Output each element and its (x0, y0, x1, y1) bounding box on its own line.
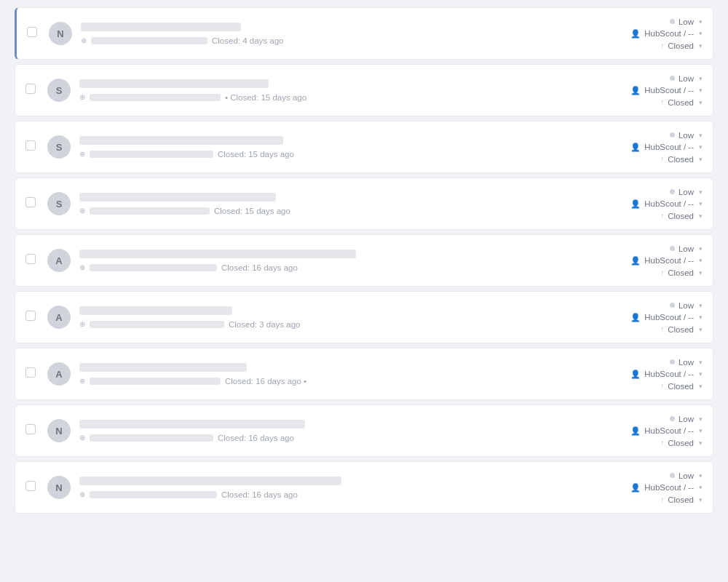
priority-badge[interactable]: Low ▾ (670, 415, 703, 423)
priority-chevron: ▾ (699, 472, 703, 479)
assignee-label: HubScout / -- (644, 256, 694, 265)
table-row[interactable]: S ⊕ Closed: 15 days ago Low ▾ � (15, 121, 713, 173)
status-label: Closed (668, 382, 694, 391)
ticket-list: N ⊕ Closed: 4 days ago Low ▾ 👤 (15, 7, 713, 514)
status-badge[interactable]: ↑ Closed ▾ (660, 325, 703, 334)
ticket-title (79, 363, 458, 374)
priority-badge[interactable]: Low ▾ (670, 471, 703, 480)
ticket-meta: ⊕ Closed: 15 days ago (79, 207, 592, 215)
priority-dot (670, 76, 675, 81)
ticket-title (79, 136, 458, 147)
globe-icon: ⊕ (79, 207, 85, 215)
status-label: Closed (668, 439, 694, 447)
table-row[interactable]: S ⊕ Closed: 15 days ago Low ▾ � (15, 178, 713, 230)
status-badge[interactable]: ↑ Closed ▾ (660, 212, 703, 220)
ticket-title (79, 306, 458, 317)
status-badge[interactable]: ↑ Closed ▾ (660, 382, 703, 391)
table-row[interactable]: A ⊕ Closed: 16 days ago • Low ▾ (15, 348, 713, 400)
ticket-title (79, 250, 458, 260)
row-checkbox[interactable] (25, 197, 36, 207)
user-icon: 👤 (630, 199, 641, 209)
priority-badge[interactable]: Low ▾ (670, 74, 703, 83)
globe-icon: ⊕ (79, 434, 85, 442)
closed-timestamp: Closed: 15 days ago (218, 150, 294, 159)
checkbox-area (25, 311, 39, 324)
priority-badge[interactable]: Low ▾ (670, 188, 703, 196)
ticket-meta: ⊕ Closed: 16 days ago (79, 263, 592, 272)
priority-label: Low (678, 358, 694, 367)
priority-chevron: ▾ (699, 132, 703, 139)
assignee-badge[interactable]: 👤 HubScout / -- ▾ (630, 143, 703, 152)
assignee-badge[interactable]: 👤 HubScout / -- ▾ (630, 426, 703, 436)
assignee-badge[interactable]: 👤 HubScout / -- ▾ (630, 29, 703, 39)
priority-chevron: ▾ (699, 359, 703, 366)
ticket-content: ⊕ Closed: 3 days ago (79, 306, 592, 329)
status-icon: ↑ (660, 98, 664, 106)
globe-icon: ⊕ (79, 93, 85, 101)
assignee-badge[interactable]: 👤 HubScout / -- ▾ (630, 86, 703, 95)
status-badge[interactable]: ↑ Closed ▾ (660, 155, 703, 164)
assignee-badge[interactable]: 👤 HubScout / -- ▾ (630, 370, 703, 379)
assignee-badge[interactable]: 👤 HubScout / -- ▾ (630, 313, 703, 322)
row-checkbox[interactable] (25, 311, 36, 321)
closed-timestamp: Closed: 15 days ago (214, 207, 290, 215)
assignee-badge[interactable]: 👤 HubScout / -- ▾ (630, 256, 703, 266)
status-label: Closed (668, 212, 694, 220)
row-checkbox[interactable] (25, 424, 36, 434)
table-row[interactable]: N ⊕ Closed: 16 days ago Low ▾ � (15, 461, 713, 514)
status-label: Closed (668, 495, 694, 504)
ticket-badges: Low ▾ 👤 HubScout / -- ▾ ↑ Closed ▾ (601, 188, 703, 220)
ticket-title (79, 420, 458, 431)
status-badge[interactable]: ↑ Closed ▾ (660, 268, 703, 277)
priority-badge[interactable]: Low ▾ (670, 301, 703, 310)
row-checkbox[interactable] (25, 367, 36, 378)
ticket-title (81, 23, 459, 33)
ticket-badges: Low ▾ 👤 HubScout / -- ▾ ↑ Closed ▾ (601, 244, 703, 277)
priority-badge[interactable]: Low ▾ (670, 244, 703, 253)
priority-label: Low (678, 188, 694, 196)
row-checkbox[interactable] (25, 254, 36, 264)
checkbox-area (25, 481, 39, 494)
priority-chevron: ▾ (699, 188, 703, 196)
closed-timestamp: Closed: 4 days ago (212, 36, 283, 45)
status-badge[interactable]: ↑ Closed ▾ (660, 439, 703, 447)
priority-chevron: ▾ (699, 245, 703, 252)
table-row[interactable]: N ⊕ Closed: 16 days ago Low ▾ � (15, 404, 713, 457)
status-badge[interactable]: ↑ Closed ▾ (660, 495, 703, 504)
ticket-title (79, 193, 458, 204)
user-icon: 👤 (630, 143, 641, 152)
user-icon: 👤 (630, 29, 641, 39)
priority-label: Low (678, 301, 694, 310)
status-badge[interactable]: ↑ Closed ▾ (660, 41, 703, 50)
table-row[interactable]: A ⊕ Closed: 3 days ago Low ▾ 👤 (15, 291, 713, 343)
closed-timestamp: Closed: 16 days ago (221, 263, 298, 272)
globe-icon: ⊕ (79, 263, 85, 271)
assignee-badge[interactable]: 👤 HubScout / -- ▾ (630, 199, 703, 209)
assignee-label: HubScout / -- (644, 143, 694, 151)
status-badge[interactable]: ↑ Closed ▾ (660, 98, 703, 107)
ticket-content: ⊕ Closed: 15 days ago (79, 193, 592, 215)
assignee-chevron: ▾ (699, 484, 703, 491)
status-chevron: ▾ (699, 99, 703, 106)
row-checkbox[interactable] (25, 84, 36, 94)
row-checkbox[interactable] (25, 140, 36, 151)
user-icon: 👤 (630, 256, 641, 266)
checkbox-area (27, 27, 40, 40)
priority-badge[interactable]: Low ▾ (670, 131, 703, 140)
row-checkbox[interactable] (25, 481, 36, 491)
assignee-badge[interactable]: 👤 HubScout / -- ▾ (630, 483, 703, 493)
globe-icon: ⊕ (81, 36, 87, 44)
row-checkbox[interactable] (27, 27, 37, 37)
ticket-content: ⊕ Closed: 16 days ago (79, 420, 592, 442)
status-label: Closed (668, 325, 694, 334)
table-row[interactable]: A ⊕ Closed: 16 days ago Low ▾ � (15, 234, 713, 287)
table-row[interactable]: S ⊕ • Closed: 15 days ago Low ▾ (15, 64, 713, 116)
table-row[interactable]: N ⊕ Closed: 4 days ago Low ▾ 👤 (15, 7, 713, 60)
priority-label: Low (678, 415, 694, 423)
status-label: Closed (668, 41, 694, 50)
user-icon: 👤 (630, 313, 641, 322)
closed-timestamp: Closed: 3 days ago (229, 320, 300, 329)
priority-badge[interactable]: Low ▾ (670, 17, 703, 26)
priority-badge[interactable]: Low ▾ (670, 358, 703, 367)
globe-icon: ⊕ (79, 320, 85, 328)
